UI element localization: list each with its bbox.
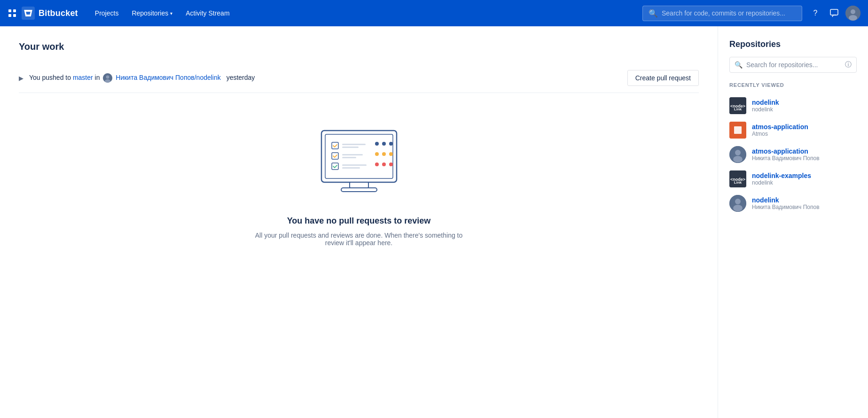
svg-point-27	[389, 152, 393, 156]
search-bar[interactable]: 🔍	[642, 6, 802, 21]
empty-state-description: All your pull requests and reviews are d…	[246, 232, 472, 247]
content-area: Your work ▶ You pushed to master in Ники…	[0, 26, 718, 418]
svg-rect-22	[332, 153, 338, 159]
page-title: Your work	[19, 41, 699, 52]
navbar-nav: Projects Repositories ▾ Activity Stream	[89, 6, 642, 21]
svg-rect-3	[13, 14, 16, 17]
repo-link[interactable]: Никита Вадимович Попов/nodelink	[116, 74, 220, 81]
repo-item-nodelink-user[interactable]: nodelink Никита Вадимович Попов	[729, 191, 857, 216]
navbar-actions: ?	[808, 6, 860, 21]
repo-name-nodelink-examples[interactable]: nodelink-examples	[752, 172, 811, 179]
svg-rect-0	[8, 9, 11, 12]
user-avatar[interactable]	[845, 6, 860, 21]
svg-point-41	[733, 156, 743, 163]
repo-info-atmos-user: atmos-application Никита Вадимович Попов	[752, 147, 820, 162]
svg-point-25	[375, 152, 379, 156]
nav-repositories[interactable]: Repositories ▾	[126, 6, 178, 21]
svg-text:Link: Link	[734, 107, 742, 111]
svg-rect-29	[342, 164, 367, 166]
repo-item-nodelink-1[interactable]: <node> Link nodelink nodelink	[729, 93, 857, 118]
svg-rect-24	[342, 157, 356, 158]
sidebar-search-icon: 🔍	[735, 61, 743, 69]
svg-point-40	[735, 150, 741, 155]
svg-point-10	[106, 76, 109, 79]
repo-item-atmos[interactable]: atmos-application Atmos	[729, 118, 857, 142]
grid-icon[interactable]	[8, 8, 17, 18]
repo-owner-nodelink-user: Никита Вадимович Попов	[752, 204, 820, 210]
svg-rect-28	[332, 163, 338, 170]
svg-rect-16	[332, 142, 338, 149]
svg-point-19	[375, 142, 379, 146]
repo-owner-atmos: Atmos	[752, 131, 808, 137]
chevron-down-icon: ▾	[170, 11, 172, 16]
svg-point-31	[375, 163, 379, 166]
empty-state-illustration	[307, 121, 411, 203]
svg-point-32	[382, 163, 386, 166]
recently-viewed-label: RECENTLY VIEWED	[729, 82, 857, 88]
search-icon: 🔍	[649, 9, 658, 18]
activity-time: yesterday	[227, 74, 255, 81]
repo-avatar-dark-1: <node> Link	[729, 97, 746, 114]
svg-point-33	[389, 163, 393, 166]
repo-avatar-user-1	[729, 146, 746, 163]
repo-avatar-user-2	[729, 195, 746, 212]
user-avatar-small	[103, 73, 112, 83]
expand-chevron[interactable]: ▶	[19, 75, 23, 82]
svg-rect-14	[350, 182, 368, 188]
repo-name-atmos[interactable]: atmos-application	[752, 123, 808, 131]
repo-owner-nodelink-examples: nodelink	[752, 179, 811, 186]
svg-point-47	[733, 205, 743, 211]
svg-rect-18	[342, 147, 359, 148]
svg-rect-1	[13, 9, 16, 12]
sidebar-search-bar[interactable]: 🔍 ⓘ	[729, 57, 857, 73]
empty-state: You have no pull requests to review All …	[19, 93, 699, 265]
svg-rect-4	[22, 7, 35, 20]
sidebar-search-info-icon[interactable]: ⓘ	[845, 61, 852, 69]
repo-info-nodelink-user: nodelink Никита Вадимович Попов	[752, 196, 820, 210]
repo-name-1[interactable]: nodelink	[752, 99, 779, 106]
svg-text:Link: Link	[734, 180, 742, 185]
create-pull-request-button[interactable]: Create pull request	[627, 70, 699, 86]
navbar: Bitbucket Projects Repositories ▾ Activi…	[0, 0, 868, 26]
repo-item-nodelink-examples[interactable]: <node> Link nodelink-examples nodelink	[729, 167, 857, 191]
svg-point-46	[735, 199, 741, 204]
navbar-logo-text: Bitbucket	[39, 8, 78, 18]
repo-info-1: nodelink nodelink	[752, 99, 779, 113]
nav-activity-stream[interactable]: Activity Stream	[180, 6, 235, 21]
repo-name-nodelink-user[interactable]: nodelink	[752, 196, 820, 204]
activity-text: You pushed to master in Никита Вадимович…	[29, 73, 622, 83]
svg-rect-17	[342, 144, 366, 145]
svg-point-7	[851, 9, 855, 14]
svg-rect-23	[342, 154, 363, 155]
svg-rect-2	[8, 14, 11, 17]
repo-item-atmos-user[interactable]: atmos-application Никита Вадимович Попов	[729, 142, 857, 167]
svg-rect-38	[734, 126, 742, 134]
svg-rect-15	[341, 188, 377, 192]
empty-state-title: You have no pull requests to review	[287, 216, 431, 226]
svg-point-8	[849, 15, 857, 21]
sidebar-title: Repositories	[729, 39, 857, 49]
repo-info-atmos: atmos-application Atmos	[752, 123, 808, 137]
navbar-logo[interactable]: Bitbucket	[22, 7, 78, 20]
svg-point-20	[382, 142, 386, 146]
repo-name-atmos-user[interactable]: atmos-application	[752, 147, 820, 155]
repo-owner-1: nodelink	[752, 106, 779, 113]
main-layout: Your work ▶ You pushed to master in Ники…	[0, 26, 868, 418]
repo-avatar-dark-2: <node> Link	[729, 170, 746, 187]
branch-link[interactable]: master	[73, 74, 95, 81]
activity-item: ▶ You pushed to master in Никита Вадимов…	[19, 63, 699, 93]
sidebar-search-input[interactable]	[746, 61, 841, 69]
chat-button[interactable]	[827, 6, 842, 21]
repositories-sidebar: Repositories 🔍 ⓘ RECENTLY VIEWED <node> …	[718, 26, 868, 418]
repo-info-nodelink-examples: nodelink-examples nodelink	[752, 172, 811, 186]
search-input[interactable]	[662, 9, 796, 17]
svg-point-26	[382, 152, 386, 156]
svg-rect-5	[830, 9, 838, 15]
nav-projects[interactable]: Projects	[89, 6, 125, 21]
svg-rect-30	[342, 167, 360, 169]
svg-point-21	[389, 142, 393, 146]
help-button[interactable]: ?	[808, 6, 823, 21]
repo-avatar-orange	[729, 122, 746, 139]
repo-owner-atmos-user: Никита Вадимович Попов	[752, 155, 820, 162]
